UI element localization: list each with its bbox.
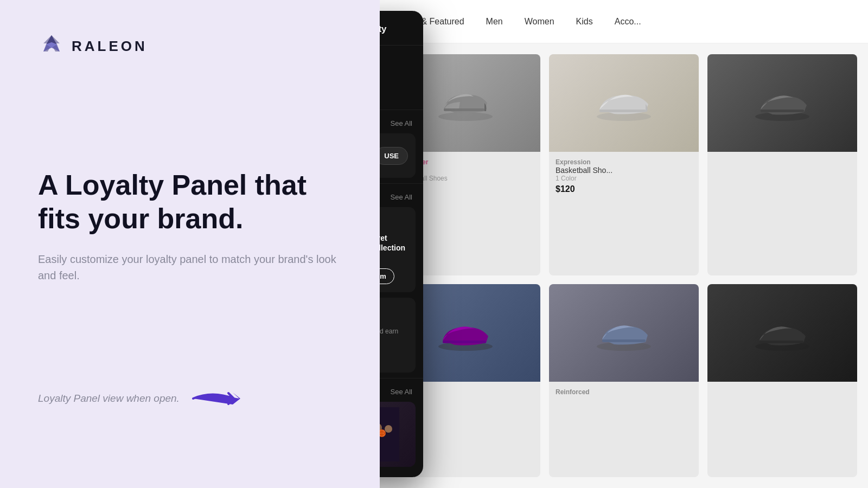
nav-item-kids[interactable]: Kids [576,17,593,27]
svg-rect-5 [761,110,804,112]
basketball-player-image: 3 𝟠𝟘 [380,402,416,467]
redeem-header: Redeem Rewards See All [380,378,423,402]
points-section: 1,428 available points [380,46,423,110]
earn-title-2: Follow Secret Sneakers Instagram [380,305,408,325]
product-grid: Bestseller "Tarpit" Basketball Shoes Exp… [380,43,868,488]
shoe-svg-5 [591,311,656,355]
my-rewards-see-all[interactable]: See All [391,119,412,127]
earn-info-2: Follow Secret Sneakers Instagram Follow … [380,305,408,364]
product-info-6 [707,382,857,395]
redeem-see-all[interactable]: See All [391,388,412,396]
product-name-2: Basketball Sho... [556,166,692,175]
svg-point-0 [438,112,493,121]
loyalty-panel: Secret Sneaker Loyalty 1,428 available p… [380,11,423,477]
product-brand-5: Reinforced [556,388,692,396]
logo: RALEON [38,33,342,60]
panel-title: Secret Sneaker Loyalty [380,24,387,35]
svg-rect-3 [599,110,646,112]
subheadline: Easily customize your loyalty panel to m… [38,251,342,284]
product-card-3[interactable] [707,54,857,275]
product-price-2: $120 [556,184,692,194]
product-card-6[interactable] [707,284,857,477]
shoe-svg-1 [433,81,498,125]
logo-text: RALEON [72,38,148,55]
ways-to-earn-see-all[interactable]: See All [391,193,412,201]
earn-subtitle-2: Follow Secret Sneaker on IG and earn ext… [380,328,408,343]
svg-rect-1 [444,108,484,111]
redeem-grid: 3 𝟠𝟘 [380,402,416,467]
product-card-2[interactable]: Expression Basketball Sho... 1 Color $12… [549,54,699,275]
use-button[interactable]: USE [380,147,408,165]
arrow-icon [190,385,256,412]
earn-title-1: Buy new shoes from Secret Sneakers Sprin… [380,233,408,253]
nav-item-acco[interactable]: Acco... [615,17,641,27]
store-nav: New & Featured Men Women Kids Acco... [380,0,868,43]
shoe-svg-4 [433,311,498,355]
caption-row: Loyalty Panel view when open. [38,385,342,455]
svg-rect-11 [760,341,803,343]
left-panel: RALEON A Loyalty Panel that fits your br… [0,0,380,488]
points-number: 1,428 [380,59,412,87]
earn-card-2: Follow Secret Sneakers Instagram Follow … [380,298,416,372]
earn-actions-1: 500 Points Free Item [380,268,408,285]
ways-section: Ways to Earn (6) See All ✦ Special Event [380,183,423,373]
product-card-5[interactable]: Reinforced [549,284,699,477]
product-image-3 [707,54,857,152]
earn-card-2-inner: Follow Secret Sneakers Instagram Follow … [380,305,408,364]
reward-card-1: 10% Discount to the new collection ⏱ 12 … [380,133,416,178]
points-label: available points [380,90,412,99]
product-image-5 [549,284,699,382]
product-info-3 [707,152,857,165]
shoe-svg-6 [750,311,815,355]
product-color-2: 1 Color [556,175,692,182]
redeem-card-2[interactable]: 3 𝟠𝟘 [380,402,416,467]
earn-card-1: ✦ Special Event Buy new shoes from Secre… [380,207,416,292]
nav-item-men[interactable]: Men [486,17,503,27]
earn-info-1: Buy new shoes from Secret Sneakers Sprin… [380,233,408,285]
earn-subtitle-1: item should be over $80 [380,255,408,262]
my-rewards-header: My Rewards (2) See All [380,110,423,133]
right-panel: New & Featured Men Women Kids Acco... Be… [380,0,868,488]
product-info-2: Expression Basketball Sho... 1 Color $12… [549,152,699,201]
earn-actions-2: 20 Points [380,348,408,365]
basketball-game-svg: 3 𝟠𝟘 [380,407,399,461]
product-info-5: Reinforced [549,382,699,402]
svg-rect-7 [443,341,486,343]
product-image-6 [707,284,857,382]
redeem-section: Redeem Rewards See All [380,378,423,467]
product-brand-2: Expression [556,158,692,166]
svg-rect-9 [602,339,646,342]
svg-point-30 [385,425,392,433]
shoe-svg-3 [750,81,815,125]
earn-card-1-inner: Buy new shoes from Secret Sneakers Sprin… [380,233,408,285]
shoe-svg-2 [591,81,656,125]
ways-to-earn-header: Ways to Earn (6) See All [380,184,423,207]
headline: A Loyalty Panel that fits your brand. [38,168,342,236]
free-item-button[interactable]: Free Item [380,268,394,284]
hero-content: A Loyalty Panel that fits your brand. Ea… [38,168,342,316]
panel-header: Secret Sneaker Loyalty [380,11,423,46]
raleon-logo-icon [38,33,65,60]
caption-text: Loyalty Panel view when open. [38,393,180,404]
nav-item-women[interactable]: Women [525,17,554,27]
product-image-2 [549,54,699,152]
